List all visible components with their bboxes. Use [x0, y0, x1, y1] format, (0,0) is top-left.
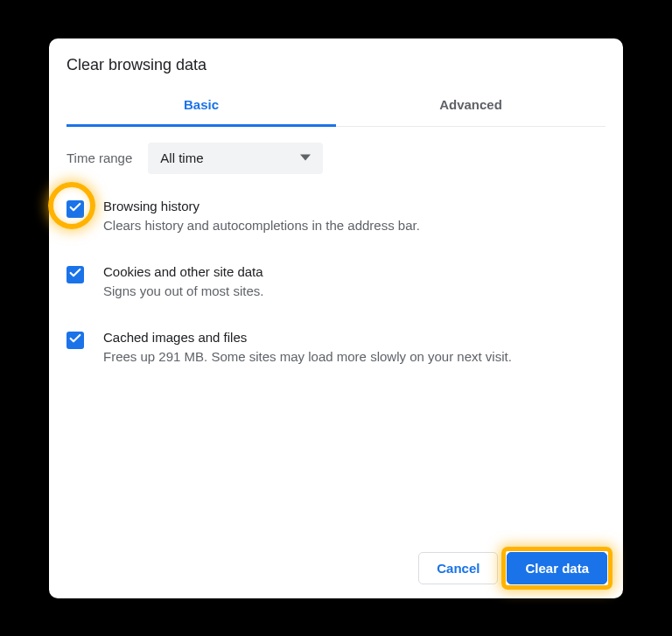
- time-range-select[interactable]: All time: [148, 143, 322, 174]
- option-title: Browsing history: [103, 199, 420, 213]
- dialog-title: Clear browsing data: [66, 56, 606, 87]
- option-cookies: Cookies and other site data Signs you ou…: [66, 264, 606, 300]
- tabs: Basic Advanced: [66, 87, 606, 127]
- clear-data-label: Clear data: [525, 561, 589, 576]
- checkbox-cache[interactable]: [66, 332, 84, 349]
- clear-browsing-data-dialog: Clear browsing data Basic Advanced Time …: [49, 38, 623, 598]
- check-icon: [68, 332, 82, 349]
- time-range-value: All time: [160, 150, 203, 165]
- check-icon: [68, 200, 82, 218]
- dialog-footer: Cancel Clear data: [49, 540, 623, 598]
- cancel-button[interactable]: Cancel: [418, 552, 498, 584]
- checkbox-browsing-history[interactable]: [66, 200, 84, 218]
- clear-data-button[interactable]: Clear data: [507, 552, 607, 584]
- option-desc: Signs you out of most sites.: [103, 282, 263, 300]
- option-title: Cached images and files: [103, 330, 512, 345]
- check-icon: [68, 266, 82, 283]
- chevron-down-icon: [300, 150, 311, 166]
- option-desc: Frees up 291 MB. Some sites may load mor…: [103, 347, 512, 366]
- time-range-label: Time range: [66, 150, 132, 165]
- checkbox-cookies[interactable]: [66, 266, 84, 283]
- option-title: Cookies and other site data: [103, 264, 263, 279]
- tab-basic[interactable]: Basic: [66, 87, 336, 127]
- tab-advanced[interactable]: Advanced: [336, 87, 606, 126]
- option-desc: Clears history and autocompletions in th…: [103, 216, 420, 234]
- option-cache: Cached images and files Frees up 291 MB.…: [66, 330, 606, 366]
- option-browsing-history: Browsing history Clears history and auto…: [66, 199, 606, 234]
- time-range-row: Time range All time: [66, 143, 606, 174]
